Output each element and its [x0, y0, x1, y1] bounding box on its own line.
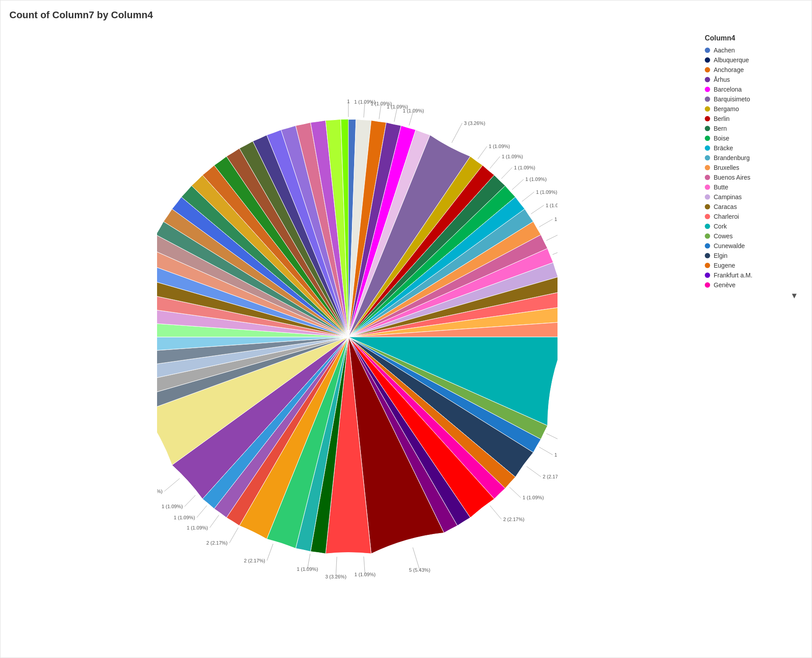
legend-item: Anchorage — [705, 66, 803, 73]
slice-label: 1 (1.09%) — [162, 504, 183, 509]
label-line — [539, 219, 552, 227]
legend-item: Århus — [705, 76, 803, 83]
legend-color-dot — [705, 155, 710, 160]
legend-item: Barquisimeto — [705, 96, 803, 103]
slice-label: 5 (5.43%) — [409, 567, 430, 573]
legend-item: Charleroi — [705, 213, 803, 220]
legend-item: Buenos Aires — [705, 174, 803, 181]
chart-title: Count of Column7 by Column4 — [9, 9, 803, 21]
legend-item: Eugene — [705, 262, 803, 269]
legend-color-dot — [705, 243, 710, 249]
legend-label: Albuquerque — [714, 56, 749, 64]
label-line — [509, 487, 521, 498]
label-line — [512, 179, 523, 189]
legend-color-dot — [705, 116, 710, 121]
legend-label: Charleroi — [714, 213, 739, 220]
label-line — [477, 146, 487, 159]
legend-label: Butte — [714, 184, 728, 191]
slice-label: 2 (2.17%) — [503, 517, 524, 522]
label-line — [490, 506, 501, 519]
slice-label: 1 (1.09%) — [174, 515, 195, 520]
label-line — [546, 433, 557, 440]
label-line — [210, 515, 219, 527]
slice-label: 1 (1.09%) — [522, 495, 544, 500]
slice-label: 3 (3.26%) — [157, 489, 162, 494]
legend-items: AachenAlbuquerqueAnchorageÅrhusBarcelona… — [705, 47, 803, 291]
legend-label: Barcelona — [714, 86, 742, 93]
legend-item: Elgin — [705, 252, 803, 259]
label-line — [412, 547, 419, 570]
legend-item: Albuquerque — [705, 56, 803, 64]
legend-item: Bruxelles — [705, 164, 803, 171]
legend-label: Barquisimeto — [714, 96, 750, 103]
legend-title: Column4 — [705, 34, 803, 42]
main-container: Count of Column7 by Column4 11 (1.09%)1 … — [0, 0, 812, 658]
legend-item: Bergamo — [705, 105, 803, 112]
label-line — [267, 544, 273, 561]
slice-label: 1 (1.09%) — [489, 144, 510, 149]
legend-item: Caracas — [705, 203, 803, 210]
slice-label: 1 (1.09%) — [403, 108, 424, 113]
label-line — [526, 466, 541, 477]
slice-label: 1 (1.09%) — [554, 452, 557, 457]
legend-color-dot — [705, 57, 710, 63]
legend-color-dot — [705, 77, 710, 82]
label-line — [197, 506, 206, 518]
legend-label: Elgin — [714, 252, 727, 259]
legend-item: Aachen — [705, 47, 803, 54]
legend-item: Bräcke — [705, 144, 803, 152]
legend-color-dot — [705, 136, 710, 141]
pie-section: 11 (1.09%)1 (1.09%)1 (1.09%)1 (1.09%)3 (… — [9, 25, 705, 649]
legend-color-dot — [705, 263, 710, 268]
slice-label: 1 (1.09%) — [536, 189, 557, 195]
slice-label: 1 (1.09%) — [545, 203, 557, 208]
legend-item: Butte — [705, 184, 803, 191]
legend-item: Brandenburg — [705, 154, 803, 161]
legend-label: Bruxelles — [714, 164, 739, 171]
slice-label: 1 (1.09%) — [514, 165, 535, 170]
legend-color-dot — [705, 106, 710, 112]
legend-item: Cowes — [705, 233, 803, 240]
legend-color-dot — [705, 48, 710, 53]
legend-label: Caracas — [714, 203, 737, 210]
label-line — [552, 249, 557, 254]
legend-color-dot — [705, 194, 710, 200]
legend-label: Anchorage — [714, 66, 744, 73]
legend-color-dot — [705, 165, 710, 170]
scroll-down-button[interactable]: ▼ — [705, 291, 803, 301]
legend-label: Eugene — [714, 262, 735, 269]
legend-item: Bern — [705, 125, 803, 132]
slice-label: 1 (1.09%) — [354, 572, 376, 577]
legend-color-dot — [705, 96, 710, 102]
legend-color-dot — [705, 145, 710, 151]
slice-label: 1 (1.09%) — [297, 566, 318, 572]
legend-label: Cunewalde — [714, 242, 745, 249]
slice-label: 1 (1.09%) — [554, 217, 557, 222]
legend-label: Boise — [714, 135, 729, 142]
label-line — [501, 168, 512, 179]
slice-label: 1 (1.09%) — [501, 154, 523, 159]
legend-item: Barcelona — [705, 86, 803, 93]
legend-color-dot — [705, 126, 710, 131]
label-line — [184, 495, 195, 506]
legend-label: Genève — [714, 281, 735, 289]
label-line — [522, 192, 534, 202]
legend-color-dot — [705, 214, 710, 219]
legend-color-dot — [705, 204, 710, 209]
legend-color-dot — [705, 175, 710, 180]
legend-label: Århus — [714, 76, 730, 83]
slice-label: 1 — [347, 99, 349, 104]
legend-label: Bergamo — [714, 105, 739, 112]
legend-color-dot — [705, 273, 710, 278]
label-line — [546, 234, 557, 241]
legend-item: Boise — [705, 135, 803, 142]
slice-label: 2 (2.17%) — [542, 474, 557, 479]
slice-label: 3 (3.26%) — [325, 574, 346, 579]
legend-item: Frankfurt a.M. — [705, 272, 803, 279]
legend-label: Campinas — [714, 193, 742, 201]
legend-label: Frankfurt a.M. — [714, 272, 752, 279]
legend-color-dot — [705, 282, 710, 288]
legend-label: Cowes — [714, 233, 733, 240]
slice-label: 1 (1.09%) — [186, 525, 208, 530]
legend-item: Genève — [705, 281, 803, 289]
